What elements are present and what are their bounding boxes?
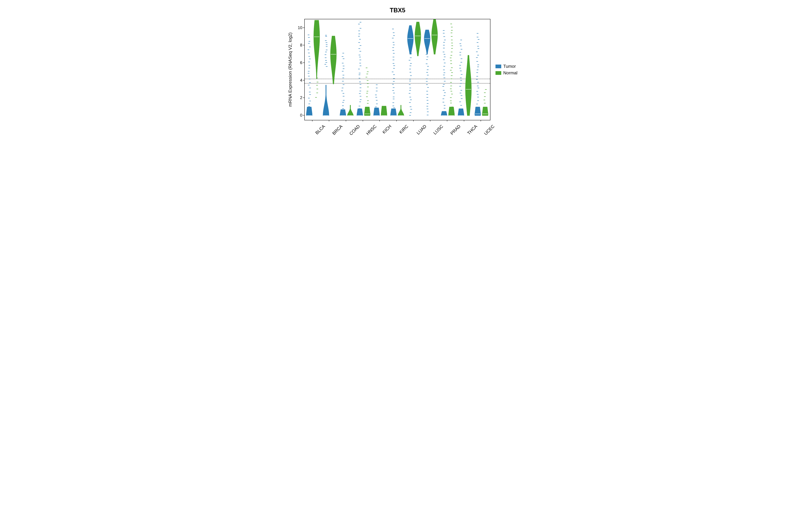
- plot-area: [304, 19, 491, 120]
- y-axis: 0246810: [295, 19, 304, 120]
- x-tick-label: BLCA: [314, 124, 326, 135]
- x-tick-label: HNSC: [365, 124, 377, 136]
- x-tick-label: PRAD: [449, 124, 462, 136]
- x-tick: [413, 120, 414, 121]
- violin: [465, 19, 472, 120]
- violin: [330, 19, 337, 120]
- category-group: [457, 19, 472, 120]
- x-tick: [396, 120, 397, 121]
- category-group: [339, 19, 354, 120]
- category-group: [390, 19, 405, 120]
- violin: [448, 19, 455, 120]
- x-tick-label: BRCA: [332, 124, 344, 136]
- x-tick: [329, 120, 329, 121]
- x-tick-label: COAD: [348, 124, 361, 136]
- violin: [431, 19, 438, 120]
- violin: [356, 19, 363, 120]
- x-tick-label: KIRC: [398, 124, 409, 135]
- legend-swatch-tumor: [496, 65, 501, 68]
- x-tick-label: LUAD: [415, 124, 427, 136]
- legend-item-normal: Normal: [496, 70, 517, 75]
- violin: [306, 19, 313, 120]
- legend: Tumor Normal: [496, 62, 517, 77]
- x-tick-label: UCEC: [483, 124, 496, 136]
- category-group: [423, 19, 439, 120]
- category-group: [474, 19, 489, 120]
- category-group: [356, 19, 371, 120]
- violin: [398, 19, 404, 120]
- legend-label-tumor: Tumor: [503, 64, 516, 69]
- x-tick: [379, 120, 380, 121]
- x-tick: [430, 120, 430, 121]
- x-tick-label: KICH: [382, 124, 393, 135]
- violin: [482, 19, 489, 120]
- violin: [364, 19, 371, 120]
- x-tick-label: THCA: [466, 124, 478, 136]
- category-group: [407, 19, 422, 120]
- violin: [474, 19, 481, 120]
- category-group: [306, 19, 321, 120]
- category-group: [440, 19, 456, 120]
- violin: [441, 19, 448, 120]
- violin: [373, 19, 380, 120]
- violin: [414, 19, 421, 120]
- legend-swatch-normal: [496, 71, 501, 75]
- violin: [322, 19, 329, 120]
- x-tick: [447, 120, 447, 121]
- violin: [424, 19, 430, 120]
- chart-container: TBX5 mRNA Expression (RNASeq V2, log2) 0…: [288, 7, 524, 139]
- violin: [458, 19, 464, 120]
- x-tick-label: LUSC: [433, 124, 444, 136]
- violin: [407, 19, 414, 120]
- x-tick: [312, 120, 312, 121]
- legend-label-normal: Normal: [503, 70, 517, 75]
- category-group: [322, 19, 338, 120]
- violin: [340, 19, 346, 120]
- x-axis: BLCABRCACOADHNSCKICHKIRCLUADLUSCPRADTHCA…: [304, 120, 489, 139]
- category-group: [373, 19, 388, 120]
- violin: [380, 19, 388, 120]
- legend-item-tumor: Tumor: [496, 64, 517, 69]
- violin: [390, 19, 397, 120]
- violin: [313, 19, 320, 120]
- x-tick: [363, 120, 363, 121]
- x-tick: [346, 120, 346, 121]
- y-axis-label: mRNA Expression (RNASeq V2, log2): [288, 33, 293, 107]
- x-tick: [464, 120, 464, 121]
- x-tick: [480, 120, 481, 121]
- violin: [347, 19, 354, 120]
- chart-title: TBX5: [271, 7, 524, 14]
